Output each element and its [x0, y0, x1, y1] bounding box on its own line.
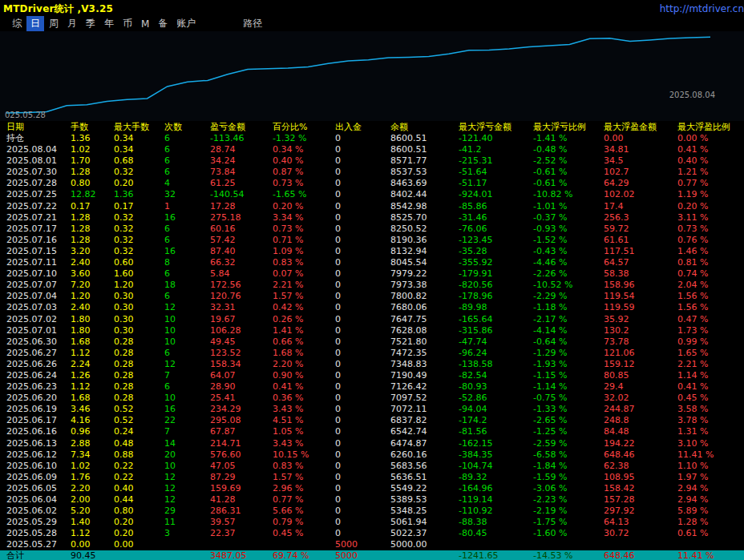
table-row[interactable]: 2025.07.032.400.301232.310.42 %07680.06-… [0, 302, 744, 313]
cell-pnl: 25.41 [208, 393, 271, 404]
cell-pnl: 295.08 [208, 415, 271, 426]
table-row[interactable]: 2025.07.211.280.3216275.183.34 %08525.70… [0, 212, 744, 224]
cell-percent: 0.26 % [271, 314, 334, 325]
cell-lots: 4.16 [69, 415, 112, 426]
website-link[interactable]: http://mtdriver.cn [660, 3, 744, 14]
table-row[interactable]: 2025.07.161.280.32657.420.71 %08190.36-1… [0, 235, 744, 246]
cell-max-lots: 0.28 [112, 381, 163, 393]
menu-item-季[interactable]: 季 [82, 16, 99, 31]
table-row[interactable]: 2025.05.281.120.20322.370.45 %05022.37-8… [0, 528, 744, 539]
cell-trades: 6 [163, 381, 208, 393]
table-row[interactable]: 2025.06.052.200.4012159.692.96 %05549.22… [0, 483, 744, 494]
table-row[interactable]: 2025.06.241.260.28764.070.90 %07190.49-8… [0, 370, 744, 381]
cell-balance: 8600.51 [389, 133, 457, 144]
table-row[interactable]: 持仓1.360.346-113.46-1.32 %08600.51-121.40… [0, 133, 744, 144]
cell-balance: 7800.82 [389, 291, 457, 302]
cell-date: 2025.06.12 [0, 449, 69, 461]
cell-lots: 90.45 [69, 550, 112, 560]
menu-item-日[interactable]: 日 [26, 16, 44, 31]
menu-item-月[interactable]: 月 [63, 16, 81, 31]
cell-lots: 1.36 [69, 133, 112, 144]
table-row[interactable]: 2025.05.291.400.201139.570.79 %05061.94-… [0, 517, 744, 528]
menu-item-M[interactable]: M [137, 18, 153, 30]
menu-item-币[interactable]: 币 [119, 16, 136, 31]
cell-max-float-profit-ratio: 1.19 % [676, 189, 744, 200]
table-row[interactable]: 2025.07.171.280.32660.160.73 %08250.52-7… [0, 224, 744, 235]
table-row[interactable]: 2025.06.132.880.4814214.713.43 %06474.87… [0, 438, 744, 449]
table-row[interactable]: 2025.07.041.200.306120.761.57 %07800.82-… [0, 291, 744, 302]
cell-balance: 8132.94 [389, 246, 457, 257]
table-row[interactable]: 2025.06.271.120.286123.521.68 %07472.35-… [0, 348, 744, 359]
table-row[interactable]: 2025.07.280.800.20461.250.73 %08463.69-5… [0, 178, 744, 189]
cell-date: 2025.07.28 [0, 178, 69, 189]
menu-item-账户[interactable]: 账户 [172, 16, 200, 31]
cell-max-lots: 0.30 [112, 291, 163, 302]
cell-max-lots: 0.20 [112, 528, 163, 539]
cell-date: 2025.07.22 [0, 201, 69, 212]
cell-lots: 1.28 [69, 224, 112, 235]
menu-item-年[interactable]: 年 [100, 16, 118, 31]
cell-balance: 8045.54 [389, 257, 457, 268]
cell-max-float-profit: 80.85 [602, 370, 676, 381]
cell-max-float-loss: -123.45 [457, 235, 532, 246]
cell-max-float-loss-ratio: -2.26 % [532, 268, 602, 280]
cell-max-float-profit: 108.95 [602, 472, 676, 483]
cell-max-float-profit-ratio: 0.47 % [676, 314, 744, 325]
cell-max-float-loss-ratio: -1.29 % [532, 348, 602, 359]
cell-max-lots: 0.20 [112, 178, 163, 189]
table-row[interactable]: 2025.06.262.240.2812158.342.20 %07348.83… [0, 359, 744, 370]
cell-deposit-withdrawal: 0 [334, 235, 389, 246]
cell-deposit-withdrawal: 0 [334, 415, 389, 426]
table-row[interactable]: 2025.07.2512.821.3632-140.54-1.65 %08402… [0, 189, 744, 200]
table-row[interactable]: 2025.06.301.680.281049.450.66 %07521.80-… [0, 336, 744, 348]
table-row[interactable]: 2025.07.220.170.17117.280.20 %08542.98-8… [0, 201, 744, 212]
cell-lots: 7.20 [69, 280, 112, 291]
table-row[interactable]: 2025.06.101.020.221047.050.83 %05683.56-… [0, 461, 744, 472]
table-row[interactable]: 2025.07.112.400.60866.320.83 %08045.54-3… [0, 257, 744, 268]
table-row[interactable]: 2025.07.021.800.301019.670.26 %07647.75-… [0, 314, 744, 325]
cell-max-float-loss: -88.38 [457, 517, 532, 528]
cell-lots: 5.20 [69, 506, 112, 517]
menu-item-综[interactable]: 综 [8, 16, 26, 31]
cell-max-float-loss-ratio: -1.01 % [532, 201, 602, 212]
table-row[interactable]: 2025.06.193.460.5216234.293.43 %07072.11… [0, 404, 744, 415]
table-row[interactable]: 2025.06.025.200.8029286.315.66 %05348.25… [0, 506, 744, 517]
cell-trades: 12 [163, 359, 208, 370]
table-row[interactable]: 2025.07.153.200.321687.401.09 %08132.94-… [0, 246, 744, 257]
cell-max-float-profit: 256.3 [602, 212, 676, 224]
cell-max-float-profit-ratio: 0.00 % [676, 133, 744, 144]
table-row[interactable]: 2025.06.231.120.28628.900.41 %07126.42-8… [0, 381, 744, 393]
cell-balance: 7973.38 [389, 280, 457, 291]
cell-max-float-loss-ratio: -0.43 % [532, 246, 602, 257]
cell-date: 2025.08.01 [0, 155, 69, 167]
cell-max-lots: 0.34 [112, 144, 163, 155]
table-row[interactable]: 2025.06.174.160.5222295.084.51 %06837.82… [0, 415, 744, 426]
table-row[interactable]: 2025.07.103.601.6065.840.07 %07979.22-17… [0, 268, 744, 280]
menu-item-周[interactable]: 周 [45, 16, 63, 31]
cell-lots: 1.28 [69, 212, 112, 224]
table-row[interactable]: 2025.06.127.340.8820576.6010.15 %06260.1… [0, 449, 744, 461]
cell-percent: 1.09 % [271, 246, 334, 257]
table-row[interactable]: 2025.06.042.000.441241.280.77 %05389.53-… [0, 494, 744, 506]
cell-max-float-profit-ratio: 3.58 % [676, 404, 744, 415]
menu-item-备[interactable]: 备 [154, 16, 172, 31]
table-row[interactable]: 2025.08.041.020.34628.740.34 %08600.51-4… [0, 144, 744, 155]
table-row[interactable]: 2025.07.077.201.2018172.562.21 %07973.38… [0, 280, 744, 291]
table-row[interactable]: 2025.06.091.760.221287.291.57 %05636.51-… [0, 472, 744, 483]
cell-date: 2025.07.16 [0, 235, 69, 246]
cell-lots: 3.20 [69, 246, 112, 257]
cell-trades: 12 [163, 302, 208, 313]
table-row[interactable]: 2025.07.011.800.3010106.281.41 %07628.08… [0, 325, 744, 336]
menu-item-路径[interactable]: 路径 [239, 16, 266, 31]
cell-pnl: 19.67 [208, 314, 271, 325]
table-row[interactable]: 2025.06.201.680.281025.410.36 %07097.52-… [0, 393, 744, 404]
table-row[interactable]: 2025.06.160.960.24767.871.05 %06542.74-8… [0, 426, 744, 437]
cell-pnl: 64.07 [208, 370, 271, 381]
cell-deposit-withdrawal: 0 [334, 359, 389, 370]
table-row[interactable]: 2025.07.301.280.32673.840.87 %08537.53-5… [0, 167, 744, 178]
cell-balance: 8600.51 [389, 144, 457, 155]
cell-balance: 5022.37 [389, 528, 457, 539]
table-row[interactable]: 2025.05.270.000.0050005000.00 [0, 539, 744, 550]
table-row[interactable]: 2025.08.011.700.68634.240.40 %08571.77-2… [0, 155, 744, 167]
cell-percent: 0.41 % [271, 381, 334, 393]
